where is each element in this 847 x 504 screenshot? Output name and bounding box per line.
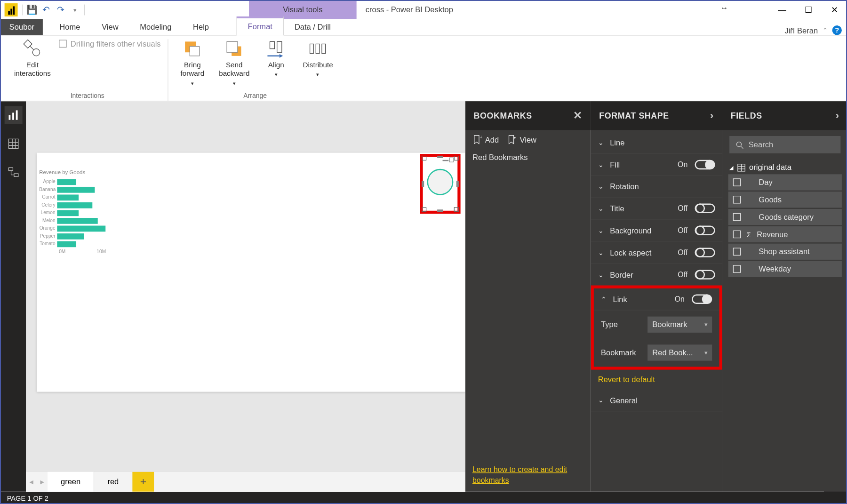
oval-shape[interactable] (427, 169, 454, 195)
svg-rect-12 (316, 44, 320, 53)
table-icon (737, 163, 746, 172)
report-view-button[interactable] (5, 106, 23, 124)
tab-file[interactable]: Soubor (1, 19, 43, 35)
format-line[interactable]: ⌄Line (591, 132, 722, 154)
fill-toggle[interactable] (695, 160, 715, 169)
link-type-label: Type (601, 320, 643, 329)
bookmarks-learn-link[interactable]: Learn how to create and edit bookmarks (465, 459, 591, 492)
redo-button[interactable]: ↷ (54, 3, 67, 16)
qat-customize[interactable]: ▾ (69, 3, 82, 16)
page-prev-button[interactable]: ◄ (26, 472, 37, 492)
interactions-icon (23, 39, 42, 58)
svg-rect-23 (14, 174, 18, 176)
svg-rect-14 (9, 115, 11, 120)
format-lock-aspect[interactable]: ⌄Lock aspectOff (591, 242, 722, 264)
border-toggle[interactable] (695, 270, 715, 280)
bookmark-add-button[interactable]: +Add (472, 135, 499, 144)
page-tabs: ◄ ► green red + (26, 471, 465, 491)
link-bookmark-label: Bookmark (601, 348, 643, 357)
distribute-button[interactable]: Distribute▾ (301, 39, 335, 78)
chart-title: Revenue by Goods (39, 169, 106, 176)
page-next-button[interactable]: ► (37, 472, 48, 492)
svg-line-29 (741, 146, 743, 148)
tab-home[interactable]: Home (49, 19, 91, 35)
format-border[interactable]: ⌄BorderOff (591, 264, 722, 286)
format-general[interactable]: ⌄General (591, 390, 722, 412)
format-link[interactable]: ⌃LinkOn (594, 288, 719, 311)
undo-button[interactable]: ↶ (40, 3, 53, 16)
field-item[interactable]: ΣRevenue (728, 226, 842, 242)
svg-rect-11 (310, 44, 314, 53)
fields-collapse-icon[interactable]: › (836, 110, 839, 122)
model-view-button[interactable] (5, 163, 23, 181)
minimize-button[interactable]: — (769, 1, 795, 19)
link-bookmark-select[interactable]: Red Book... (647, 344, 712, 360)
help-icon[interactable]: ? (832, 25, 842, 35)
canvas-area[interactable]: Revenue by Goods AppleBananaCarrotCelery… (26, 101, 465, 491)
edit-interactions-button[interactable]: Edit interactions (14, 39, 51, 78)
user-name[interactable]: Jiří Beran (784, 26, 818, 35)
field-table[interactable]: ◢original data (722, 160, 847, 173)
drilling-filters-checkbox[interactable]: Drilling filters other visuals (59, 39, 161, 48)
field-item[interactable]: Goods category (728, 209, 842, 225)
save-button[interactable]: 💾 (25, 3, 39, 16)
group-label-arrange: Arrange (243, 92, 267, 101)
tab-help[interactable]: Help (182, 19, 220, 35)
link-type-select[interactable]: Bookmark (647, 317, 712, 333)
format-title-row[interactable]: ⌄TitleOff (591, 198, 722, 220)
resize-icon: ↔ (720, 3, 728, 12)
bookmark-view-button[interactable]: View (507, 135, 536, 144)
field-item[interactable]: Day (728, 174, 842, 190)
link-toggle[interactable] (692, 295, 712, 304)
bring-forward-button[interactable]: Bring forward▾ (176, 39, 209, 87)
report-canvas[interactable]: Revenue by Goods AppleBananaCarrotCelery… (37, 153, 465, 392)
align-icon (266, 39, 286, 58)
format-collapse-icon[interactable]: › (710, 110, 714, 122)
tab-modeling[interactable]: Modeling (129, 19, 182, 35)
background-toggle[interactable] (695, 226, 715, 235)
fields-panel: FIELDS› Search ◢original data DayGoodsGo… (722, 101, 847, 491)
visual-header[interactable] (443, 158, 454, 162)
send-backward-button[interactable]: Send backward▾ (217, 39, 251, 87)
revert-to-default[interactable]: Revert to default (591, 369, 722, 390)
distribute-icon (308, 39, 328, 58)
close-button[interactable]: ✕ (822, 1, 847, 19)
format-fill[interactable]: ⌄FillOn (591, 154, 722, 176)
lock-toggle[interactable] (695, 248, 715, 257)
align-button[interactable]: Align▾ (259, 39, 293, 78)
page-tab-red[interactable]: red (94, 472, 132, 492)
svg-text:+: + (479, 135, 482, 140)
maximize-button[interactable]: ☐ (795, 1, 822, 19)
tab-view[interactable]: View (91, 19, 129, 35)
ribbon-tabs: Soubor Home View Modeling Help Format Da… (1, 19, 847, 36)
svg-rect-8 (277, 41, 282, 52)
format-background[interactable]: ⌄BackgroundOff (591, 220, 722, 242)
title-bar: 💾 ↶ ↷ ▾ Visual tools cross - Power BI De… (1, 1, 847, 19)
svg-rect-17 (9, 139, 18, 148)
user-chevron-icon[interactable]: ⌃ (823, 27, 827, 33)
fields-search[interactable]: Search (729, 136, 840, 153)
format-shape-panel: FORMAT SHAPE› ⌄Line ⌄FillOn ⌄Rotation ⌄T… (591, 101, 722, 491)
field-item[interactable]: Weekday (728, 261, 842, 277)
selected-shape[interactable] (420, 154, 460, 214)
format-rotation[interactable]: ⌄Rotation (591, 176, 722, 198)
field-item[interactable]: Shop assistant (728, 244, 842, 260)
field-item[interactable]: Goods (728, 192, 842, 208)
svg-rect-22 (9, 168, 13, 170)
data-view-button[interactable] (5, 135, 23, 152)
bookmarks-panel: BOOKMARKS✕ +Add View Red Bookmarks Learn… (465, 101, 591, 491)
svg-rect-7 (270, 41, 275, 48)
fields-title: FIELDS (731, 111, 762, 120)
bar-chart-visual[interactable]: Revenue by Goods AppleBananaCarrotCelery… (39, 169, 106, 254)
svg-rect-15 (12, 112, 14, 120)
page-tab-green[interactable]: green (48, 472, 94, 492)
tab-data-drill[interactable]: Data / Drill (284, 17, 342, 35)
bookmark-item[interactable]: Red Bookmarks (472, 153, 583, 162)
app-logo (5, 3, 18, 16)
tab-format[interactable]: Format (236, 16, 284, 36)
bookmarks-close-icon[interactable]: ✕ (573, 109, 583, 122)
bring-forward-icon (183, 39, 202, 58)
title-toggle[interactable] (695, 204, 715, 213)
svg-point-28 (736, 142, 741, 146)
add-page-button[interactable]: + (132, 472, 154, 492)
